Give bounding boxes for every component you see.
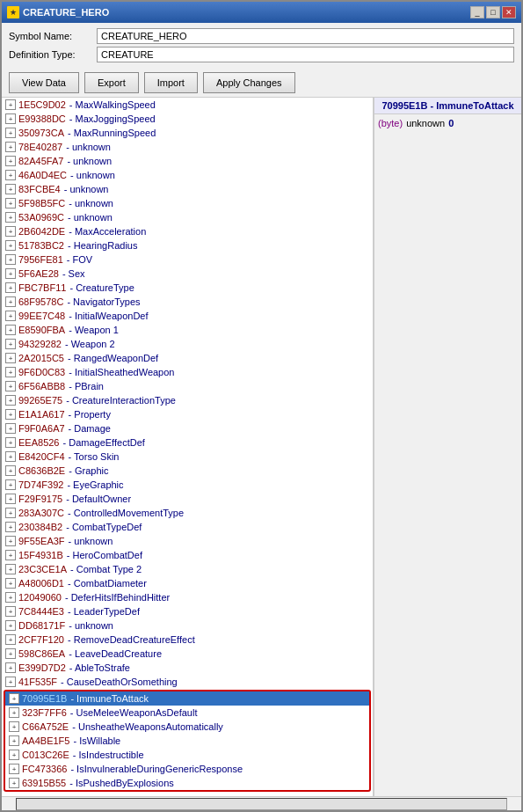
- expand-icon[interactable]: +: [5, 353, 16, 363]
- expand-icon[interactable]: +: [5, 451, 16, 462]
- import-button[interactable]: Import: [144, 72, 198, 93]
- horizontal-scrollbar[interactable]: [16, 798, 507, 810]
- list-item[interactable]: + 83FCBE4 - unknown: [2, 182, 373, 196]
- list-item[interactable]: + 9F55EA3F - unknown: [2, 534, 373, 548]
- list-item[interactable]: + 78E40287 - unknown: [2, 140, 373, 154]
- list-item[interactable]: + 99EE7C48 - InitialWeaponDef: [2, 309, 373, 323]
- list-item[interactable]: + DD68171F - unknown: [2, 618, 373, 633]
- expand-icon[interactable]: +: [5, 465, 16, 476]
- expand-icon[interactable]: +: [5, 367, 16, 377]
- expand-icon[interactable]: +: [5, 578, 16, 589]
- list-item[interactable]: + 2A2015C5 - RangedWeaponDef: [2, 351, 373, 365]
- list-item[interactable]: + 15F4931B - HeroCombatDef: [2, 548, 373, 562]
- list-item[interactable]: + EEA8526 - DamageEffectDef: [2, 435, 373, 450]
- list-item[interactable]: + C8636B2E - Graphic: [2, 464, 373, 478]
- list-item[interactable]: + F29F9175 - DefaultOwner: [2, 492, 373, 506]
- expand-icon[interactable]: +: [5, 99, 16, 110]
- expand-icon[interactable]: +: [5, 254, 16, 265]
- list-item[interactable]: + 12049060 - DeferHitsIfBehindHitter: [2, 590, 373, 604]
- expand-icon[interactable]: +: [5, 677, 16, 687]
- list-item[interactable]: + F9F0A6A7 - Damage: [2, 421, 373, 435]
- expand-icon[interactable]: +: [5, 296, 16, 307]
- expand-icon[interactable]: +: [5, 184, 16, 194]
- list-item[interactable]: + 68F9578C - NavigatorTypes: [2, 295, 373, 309]
- expand-icon[interactable]: +: [5, 128, 16, 138]
- expand-icon[interactable]: +: [5, 226, 16, 237]
- expand-icon[interactable]: +: [5, 311, 16, 321]
- symbol-input[interactable]: [97, 28, 514, 44]
- expand-icon[interactable]: +: [9, 693, 19, 704]
- expand-icon[interactable]: +: [5, 564, 16, 574]
- list-item[interactable]: + 94329282 - Weapon 2: [2, 337, 373, 351]
- list-item[interactable]: + 7D74F392 - EyeGraphic: [2, 478, 373, 492]
- maximize-button[interactable]: □: [486, 6, 500, 18]
- bottom-scrollbar[interactable]: [2, 796, 521, 810]
- list-item[interactable]: + 9F6D0C83 - InitialSheathedWeapon: [2, 365, 373, 379]
- expand-icon[interactable]: +: [5, 634, 16, 645]
- list-item[interactable]: + 82A45FA7 - unknown: [2, 154, 373, 168]
- expand-icon[interactable]: +: [5, 494, 16, 504]
- expand-icon[interactable]: +: [5, 409, 16, 420]
- expand-icon[interactable]: +: [5, 592, 16, 603]
- left-panel[interactable]: + 1E5C9D02 - MaxWalkingSpeed + E99388DC …: [2, 98, 374, 796]
- expand-icon[interactable]: +: [5, 536, 16, 546]
- list-item[interactable]: + 46A0D4EC - unknown: [2, 168, 373, 182]
- list-item[interactable]: + FC473366 - IsInvulnerableDuringGeneric…: [5, 762, 369, 776]
- expand-icon[interactable]: +: [5, 423, 16, 434]
- list-item[interactable]: + 323F7FF6 - UseMeleeWeaponAsDefault: [5, 706, 369, 720]
- expand-icon[interactable]: +: [5, 142, 16, 152]
- expand-icon[interactable]: +: [5, 648, 16, 659]
- list-item[interactable]: + 598C86EA - LeaveDeadCreature: [2, 647, 373, 661]
- minimize-button[interactable]: _: [470, 6, 484, 18]
- expand-icon[interactable]: +: [5, 662, 16, 673]
- apply-changes-button[interactable]: Apply Changes: [203, 72, 295, 93]
- expand-icon[interactable]: +: [5, 339, 16, 349]
- close-button[interactable]: ✕: [502, 6, 516, 18]
- definition-input[interactable]: [97, 47, 514, 62]
- list-item[interactable]: + 70995E1B - ImmuneToAttack: [5, 691, 369, 706]
- list-item[interactable]: + E1A1A617 - Property: [2, 407, 373, 421]
- list-item[interactable]: + 41F535F - CauseDeathOrSomething: [2, 675, 373, 689]
- right-scroll-area[interactable]: (byte) unknown 0: [374, 114, 521, 796]
- expand-icon[interactable]: +: [5, 325, 16, 335]
- list-item[interactable]: + C013C26E - IsIndestructible: [5, 748, 369, 762]
- list-item[interactable]: + AA4BE1F5 - IsWillable: [5, 734, 369, 748]
- expand-icon[interactable]: +: [5, 381, 16, 391]
- expand-icon[interactable]: +: [5, 156, 16, 166]
- list-item[interactable]: + 7956FE81 - FOV: [2, 252, 373, 267]
- expand-icon[interactable]: +: [5, 170, 16, 180]
- expand-icon[interactable]: +: [5, 606, 16, 617]
- list-item[interactable]: + E8590FBA - Weapon 1: [2, 323, 373, 337]
- list-item[interactable]: + 2CF7F120 - RemoveDeadCreatureEffect: [2, 633, 373, 647]
- list-item[interactable]: + E99388DC - MaxJoggingSpeed: [2, 112, 373, 126]
- list-item[interactable]: + 23C3CE1A - Combat Type 2: [2, 562, 373, 576]
- list-item[interactable]: + 5F98B5FC - unknown: [2, 196, 373, 210]
- expand-icon[interactable]: +: [5, 282, 16, 293]
- expand-icon[interactable]: +: [5, 437, 16, 448]
- list-item[interactable]: + 53A0969C - unknown: [2, 210, 373, 224]
- expand-icon[interactable]: +: [9, 778, 19, 788]
- expand-icon[interactable]: +: [9, 764, 19, 774]
- expand-icon[interactable]: +: [5, 240, 16, 251]
- list-item[interactable]: + 230384B2 - CombatTypeDef: [2, 520, 373, 534]
- view-data-button[interactable]: View Data: [9, 72, 79, 93]
- list-item[interactable]: + 99265E75 - CreatureInteractionType: [2, 393, 373, 407]
- list-item[interactable]: + C66A752E - UnsheatheWeaponsAutomatical…: [5, 720, 369, 734]
- list-item[interactable]: + 2B6042DE - MaxAcceleration: [2, 224, 373, 238]
- list-item[interactable]: + A48006D1 - CombatDiameter: [2, 576, 373, 590]
- list-item[interactable]: + 350973CA - MaxRunningSpeed: [2, 126, 373, 140]
- expand-icon[interactable]: +: [5, 212, 16, 223]
- list-item[interactable]: + 1E5C9D02 - MaxWalkingSpeed: [2, 98, 373, 112]
- list-item[interactable]: + E8420CF4 - Torso Skin: [2, 450, 373, 464]
- expand-icon[interactable]: +: [5, 508, 16, 518]
- list-item[interactable]: + FBC7BF11 - CreatureType: [2, 281, 373, 295]
- expand-icon[interactable]: +: [5, 268, 16, 279]
- expand-icon[interactable]: +: [5, 522, 16, 532]
- expand-icon[interactable]: +: [5, 113, 16, 124]
- list-item[interactable]: + 283A307C - ControlledMovementType: [2, 506, 373, 520]
- expand-icon[interactable]: +: [5, 620, 16, 631]
- list-item[interactable]: + E399D7D2 - AbleToStrafe: [2, 661, 373, 675]
- list-item[interactable]: + 51783BC2 - HearingRadius: [2, 238, 373, 252]
- expand-icon[interactable]: +: [9, 721, 19, 732]
- export-button[interactable]: Export: [84, 72, 139, 93]
